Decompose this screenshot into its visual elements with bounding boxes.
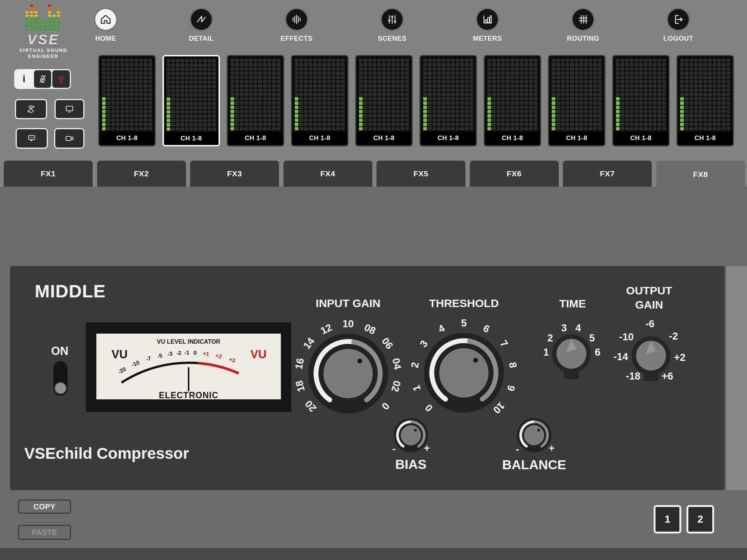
scroll-strip[interactable] [726, 266, 747, 490]
info-icon: i [23, 73, 26, 85]
nav-item-home[interactable]: HOME [78, 9, 134, 43]
fx-tab-fx2[interactable]: FX2 [97, 161, 186, 187]
waveform-icon [191, 9, 212, 30]
fx-tab-fx5[interactable]: FX5 [376, 161, 465, 187]
channel-label: CH 1-8 [99, 132, 155, 145]
bias-max-label: + [424, 443, 430, 454]
nav-item-label: SCENES [364, 35, 420, 43]
wifi-icon [56, 74, 67, 85]
chat-button[interactable] [16, 128, 48, 149]
nav-item-effects[interactable]: EFFECTS [269, 9, 325, 43]
monitor-button[interactable] [55, 99, 84, 119]
mic-muted-button[interactable] [34, 70, 52, 88]
channel-label: CH 1-8 [421, 132, 476, 145]
power-label: ON [51, 344, 69, 358]
svg-text:16: 16 [293, 357, 306, 370]
video-camera-icon [64, 133, 75, 144]
vu-right-label: VU [250, 348, 266, 361]
video-camera-button[interactable] [54, 128, 84, 149]
channel-block-8[interactable]: CH 1-8 [548, 55, 605, 146]
svg-text:8: 8 [507, 362, 519, 369]
svg-text:-3: -3 [167, 350, 173, 358]
fx-tab-fx4[interactable]: FX4 [283, 161, 372, 187]
svg-text:0: 0 [193, 349, 197, 356]
svg-text:06: 06 [379, 335, 395, 351]
channel-meter-grid [485, 56, 540, 132]
home-icon [95, 9, 116, 30]
channel-block-3[interactable]: CH 1-8 [227, 55, 284, 146]
balance-max-label: + [549, 443, 555, 454]
time-scale-tick-label: 6 [595, 347, 600, 358]
vu-brand: ELECTRONIC [159, 390, 218, 400]
channel-label: CH 1-8 [292, 132, 347, 145]
channel-meter-grid [228, 56, 283, 132]
vu-title: VU LEVEL INDICATOR [157, 338, 220, 345]
bar-chart-icon [477, 9, 498, 30]
paste-button[interactable]: PASTE [18, 525, 71, 540]
chat-icon [26, 133, 37, 144]
svg-text:08: 08 [362, 322, 377, 337]
nav-item-logout[interactable]: LOGOUT [650, 9, 706, 43]
nav-item-meters[interactable]: METERS [459, 9, 515, 43]
svg-text:-1: -1 [184, 349, 189, 356]
svg-text:10: 10 [491, 400, 506, 415]
bank-2-button[interactable]: 2 [686, 505, 714, 533]
fx-tab-fx8[interactable]: FX8 [656, 161, 745, 188]
vse-logo: VSE VIRTUAL SOUND ENGINEER [13, 4, 74, 59]
channel-block-9[interactable]: CH 1-8 [612, 55, 670, 146]
nav-item-label: DETAIL [173, 35, 229, 43]
bank-1-button[interactable]: 1 [654, 505, 681, 533]
channel-meter-grid [99, 56, 155, 132]
user-sync-button[interactable] [15, 99, 47, 119]
channel-block-6[interactable]: CH 1-8 [419, 55, 477, 146]
vu-left-label: VU [111, 348, 127, 361]
compressor-panel: MIDDLE ON VU LEVEL INDICATOR VU VU -20-1… [10, 266, 725, 490]
fx-tab-fx7[interactable]: FX7 [563, 161, 652, 187]
user-sync-icon [25, 103, 37, 115]
channel-label: CH 1-8 [678, 132, 733, 145]
grid-icon [573, 9, 593, 30]
nav-item-routing[interactable]: ROUTING [555, 9, 611, 43]
channel-block-4[interactable]: CH 1-8 [291, 55, 348, 146]
svg-text:5: 5 [461, 318, 467, 329]
svg-text:4: 4 [436, 322, 446, 335]
channel-meter-grid [421, 56, 476, 132]
nav-item-detail[interactable]: DETAIL [173, 9, 229, 43]
svg-text:10: 10 [342, 318, 354, 329]
channel-block-2[interactable]: CH 1-8 [162, 55, 220, 146]
wifi-button[interactable] [52, 70, 70, 88]
channel-meter-grid [678, 56, 733, 132]
fx-tab-fx3[interactable]: FX3 [190, 161, 279, 187]
nav-item-scenes[interactable]: SCENES [364, 9, 420, 43]
copy-button[interactable]: COPY [18, 499, 71, 514]
channel-block-7[interactable]: CH 1-8 [484, 55, 541, 146]
fx-tab-fx1[interactable]: FX1 [4, 161, 93, 187]
output-scale-tick-label: -2 [669, 331, 678, 342]
output-scale-tick-label: -10 [619, 331, 633, 343]
output-scale-tick-label: -6 [645, 318, 654, 330]
logout-icon [668, 9, 689, 30]
mic-muted-icon [37, 74, 48, 85]
time-scale-tick-label: 1 [543, 347, 549, 358]
channel-meter-grid [549, 56, 604, 132]
svg-text:04: 04 [390, 357, 403, 370]
top-bar: VSE VIRTUAL SOUND ENGINEER HOMEDETAILEFF… [0, 0, 747, 187]
balance-min-label: - [516, 444, 519, 455]
balance-label: BALANCE [502, 457, 566, 472]
power-toggle[interactable] [53, 361, 68, 396]
nav-item-label: ROUTING [555, 35, 611, 43]
svg-text:1: 1 [410, 384, 423, 393]
bottom-strip [0, 548, 747, 560]
channel-meter-grid [613, 56, 669, 132]
channel-block-10[interactable]: CH 1-8 [676, 55, 734, 146]
threshold-label: THRESHOLD [429, 297, 499, 310]
channel-block-1[interactable]: CH 1-8 [98, 55, 156, 146]
nav-item-label: LOGOUT [650, 35, 706, 43]
channel-label: CH 1-8 [164, 132, 218, 145]
channel-block-5[interactable]: CH 1-8 [355, 55, 413, 146]
brand-tagline-2: ENGINEER [13, 53, 74, 59]
info-button[interactable]: i [15, 70, 33, 88]
fx-tab-fx6[interactable]: FX6 [470, 161, 559, 187]
input-gain-label: INPUT GAIN [316, 297, 380, 310]
channel-meter-grid [292, 56, 347, 132]
